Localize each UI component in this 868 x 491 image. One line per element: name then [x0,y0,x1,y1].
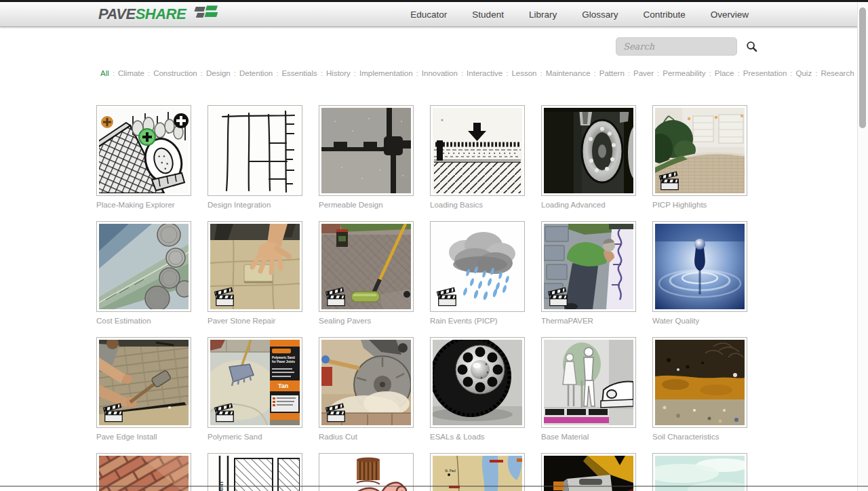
card-grid: Place-Making Explorer Design Integration… [96,105,750,491]
nav-library[interactable]: Library [529,9,557,20]
card-rain-events[interactable] [430,221,525,312]
card-polymeric-sand[interactable]: Polymeric Sand for Paver JointsTan [208,337,302,428]
tag-separator: : [113,69,115,77]
tag-separator: : [738,69,740,77]
grid-cell: Sealing Pavers [319,221,414,326]
filter-tag-interactive[interactable]: Interactive [467,69,502,77]
card-pave-edge-install[interactable] [96,337,191,428]
filter-tag-essentials[interactable]: Essentials [281,69,317,77]
filter-tag-all[interactable]: All [100,69,109,77]
site-logo[interactable]: PAVESHARE [98,7,218,22]
filter-tag-pattern[interactable]: Pattern [599,69,625,77]
tag-separator: : [276,69,278,77]
filter-tag-quiz[interactable]: Quiz [796,69,812,77]
clapperboard-icon [102,401,125,423]
filter-tag-implementation[interactable]: Implementation [359,69,413,77]
tag-separator: : [709,69,711,77]
card-loading-advanced[interactable] [541,105,636,196]
filter-tag-history[interactable]: History [326,69,351,77]
thumbnail-loading-basics [433,108,522,193]
tag-separator: : [594,69,596,77]
tag-separator: : [628,69,630,77]
clapperboard-icon [547,286,570,307]
card-title: Pave Edge Install [96,432,191,441]
filter-tag-presentation[interactable]: Presentation [743,69,787,77]
card-title: Sealing Pavers [319,316,414,326]
card-design-integration[interactable] [208,105,302,196]
card-loading-basics[interactable] [430,105,525,196]
scrollbar-thumb[interactable] [859,7,866,128]
card-picp-highlights[interactable] [652,105,747,196]
filter-tag-innovation[interactable]: Innovation [422,69,458,77]
nav-contribute[interactable]: Contribute [643,9,685,20]
thumbnail-sealing-pavers [321,224,411,309]
tag-separator: : [815,69,817,77]
tag-separator: : [321,69,323,77]
card-sealing-pavers[interactable] [319,221,414,312]
grid-cell: Design Integration [208,105,302,210]
scrollbar-track [857,2,868,491]
clapperboard-icon [325,286,347,307]
card-title: Soil Characteristics [652,432,747,441]
card-cost-estimation[interactable] [96,221,191,312]
window-bottom-edge [0,486,868,487]
grid-cell: Soil Characteristics [652,337,747,441]
grid-cell: Radius Cut [319,337,414,441]
card-title: Cost Estimation [96,316,191,326]
filter-tag-permeability[interactable]: Permeability [663,69,705,77]
filter-tag-construction[interactable]: Construction [153,69,197,77]
card-base-material[interactable] [541,337,636,428]
thumbnail-water-quality [655,224,745,309]
logo-text-pave: PAVE [98,5,136,22]
thumbnail-thermapaver [544,224,633,309]
card-esals-loads[interactable] [430,337,525,428]
grid-cell: Place-Making Explorer [96,105,191,210]
card-water-quality[interactable] [652,221,747,312]
card-title: Paver Stone Repair [208,316,302,326]
card-thermapaver[interactable] [541,221,636,312]
thumbnail-picp-highlights [655,108,745,193]
nav-educator[interactable]: Educator [410,9,447,20]
card-title: Loading Basics [430,200,525,210]
search-input[interactable] [616,37,737,56]
grid-cell: ESALs & Loads [430,337,525,441]
nav-overview[interactable]: Overview [711,9,749,20]
card-radius-cut[interactable] [319,337,414,428]
thumbnail-permeable-design [321,108,411,193]
nav-glossary[interactable]: Glossary [582,9,618,20]
thumbnail-loading-advanced [544,108,633,193]
card-paver-stone-repair[interactable] [208,221,302,312]
thumbnail-cost-estimation [99,224,189,309]
card-title: Water Quality [652,316,747,326]
filter-tag-place[interactable]: Place [715,69,734,77]
thumbnail-rain-events [433,224,522,309]
paver-blocks-icon [188,5,218,22]
filter-tag-design[interactable]: Design [206,69,231,77]
clapperboard-icon [658,170,681,191]
grid-cell: Loading Basics [430,105,525,210]
card-soil-characteristics[interactable] [652,337,747,428]
card-place-making[interactable] [96,105,191,196]
card-title: Loading Advanced [541,200,636,210]
clapperboard-icon [214,286,236,307]
card-permeable-design[interactable] [319,105,414,196]
filter-tag-paver[interactable]: Paver [633,69,654,77]
tag-separator: : [148,69,150,77]
filter-tag-detention[interactable]: Detention [239,69,273,77]
filter-tag-research[interactable]: Research [821,69,854,77]
filter-tag-climate[interactable]: Climate [118,69,144,77]
tag-separator: : [234,69,236,77]
tag-separator: : [461,69,463,77]
thumbnail-soil-characteristics [655,340,745,425]
grid-cell: Pave Edge Install [96,337,191,441]
site-header: PAVESHARE EducatorStudentLibraryGlossary… [0,2,868,27]
clapperboard-icon [325,401,347,423]
grid-cell: Loading Advanced [541,105,636,210]
tag-separator: : [201,69,203,77]
page: PAVESHARE EducatorStudentLibraryGlossary… [0,0,868,491]
tag-separator: : [506,69,508,77]
filter-tag-lesson[interactable]: Lesson [511,69,536,77]
search-icon[interactable] [745,41,757,53]
nav-student[interactable]: Student [472,9,504,20]
filter-tag-maintenance[interactable]: Maintenance [546,69,591,77]
